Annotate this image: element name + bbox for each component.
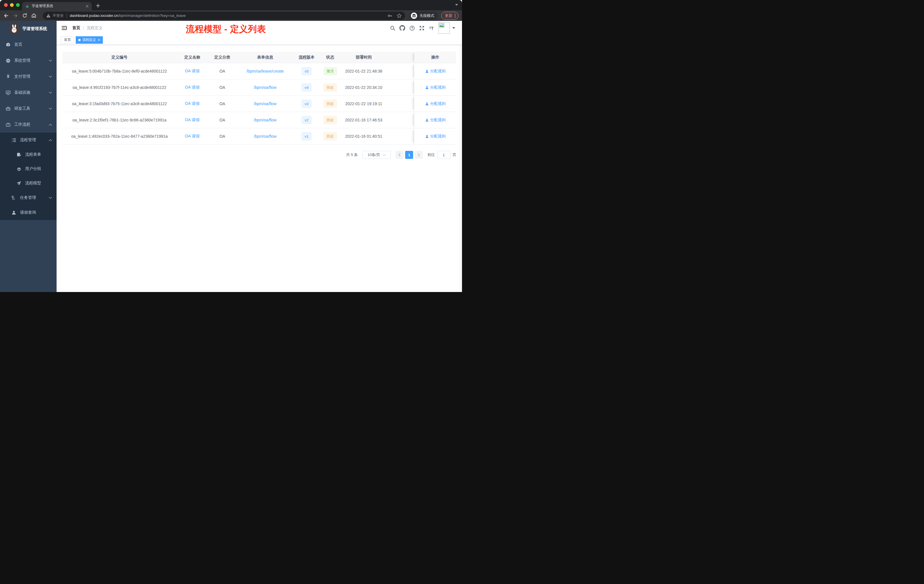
sidebar-item-流程管理[interactable]: 流程管理 [0, 133, 56, 147]
sidebar-item-研发工具[interactable]: 研发工具 [0, 101, 56, 117]
definition-name-link[interactable]: OA 请假 [185, 85, 200, 90]
cell-definition-id: oa_leave:3:1fad3d93-7b75-11ec-a3c8-acde4… [62, 96, 177, 112]
not-secure-warning-icon[interactable] [46, 14, 51, 18]
main-area: 首页 / 流程定义 TT 流程模型 - 定义列表 首页 [56, 21, 462, 292]
forward-button[interactable] [11, 12, 20, 20]
assign-rule-button[interactable]: 分配规则 [425, 85, 446, 90]
assign-rule-button[interactable]: 分配规则 [425, 101, 446, 106]
address-bar[interactable]: 不安全 dashboard.yudao.iocoder.cn/bpm/manag… [43, 12, 405, 20]
omnibox-divider [66, 13, 67, 18]
form-link[interactable]: /bpm/oa/leave/create [247, 69, 284, 73]
incognito-icon [411, 13, 417, 19]
avatar-caret-down-icon[interactable] [452, 27, 455, 29]
sidebar-item-用户分组[interactable]: 用户分组 [0, 162, 56, 176]
question-icon[interactable] [409, 25, 415, 31]
not-secure-label[interactable]: 不安全 [53, 13, 64, 18]
app-navbar: 首页 / 流程定义 TT [56, 21, 462, 35]
browser-tab[interactable]: 芋道管理系统 [22, 2, 92, 10]
tag-home-label: 首页 [64, 38, 71, 42]
tag-home[interactable]: 首页 [61, 36, 74, 44]
cell-actions: 分配规则 [414, 63, 456, 79]
chevron-up-icon [49, 139, 52, 141]
home-button[interactable] [29, 12, 38, 20]
form-link[interactable]: /bpm/oa/flow [254, 101, 276, 106]
robot-icon [16, 167, 21, 172]
sidebar-item-流程表单[interactable]: 流程表单 [0, 147, 56, 162]
definition-name-link[interactable]: OA 请假 [185, 117, 200, 122]
cell-definition-name: OA 请假 [177, 112, 208, 128]
page-size-select[interactable]: 10条/页 [362, 151, 391, 159]
tags-view: 首页 流程定义 [56, 35, 462, 45]
sidebar-collapse-icon[interactable] [61, 25, 68, 31]
assign-rule-button[interactable]: 分配规则 [425, 69, 446, 74]
kebab-menu-icon[interactable] [455, 14, 456, 18]
breadcrumb-home[interactable]: 首页 [72, 25, 80, 31]
sidebar-item-流程模型[interactable]: 流程模型 [0, 176, 56, 190]
sidebar-item-支付管理[interactable]: ¥支付管理 [0, 69, 56, 84]
monitor-icon [6, 90, 11, 95]
app-logo[interactable]: 芋道管理系统 [0, 21, 56, 36]
sidebar-item-工作流程[interactable]: 工作流程 [0, 117, 56, 133]
page-unit-label: 页 [452, 152, 456, 157]
cell-form-info: /bpm/oa/flow [237, 112, 294, 128]
toolbox-icon [6, 106, 11, 111]
avatar[interactable] [438, 22, 450, 34]
column-header: 状态 [319, 52, 341, 63]
version-badge: v5 [302, 67, 312, 75]
new-tab-button[interactable] [94, 2, 102, 10]
chrome-update-button[interactable]: 更新 [441, 12, 459, 20]
assign-rule-button[interactable]: 分配规则 [425, 117, 446, 122]
page-1-button[interactable]: 1 [405, 151, 413, 159]
cell-form-info: /bpm/oa/flow [237, 79, 294, 96]
cell-category: OA [208, 128, 237, 144]
tab-close-icon[interactable] [85, 4, 89, 8]
goto-label: 前往 [427, 152, 435, 157]
briefcase-icon [6, 122, 11, 127]
page-url[interactable]: dashboard.yudao.iocoder.cn/bpm/manager/d… [70, 13, 384, 18]
sidebar-item-请假查询[interactable]: 请假查询 [0, 205, 56, 220]
cell-form-info: /bpm/oa/leave/create [237, 63, 294, 79]
sidebar-item-首页[interactable]: 首页 [0, 36, 56, 53]
search-icon[interactable] [390, 25, 396, 31]
assign-rule-button[interactable]: 分配规则 [425, 134, 446, 139]
password-key-icon[interactable] [388, 13, 393, 18]
definition-name-link[interactable]: OA 请假 [185, 69, 200, 74]
sidebar-item-系统管理[interactable]: 系统管理 [0, 53, 56, 69]
version-badge: v2 [302, 116, 312, 124]
column-header: 定义名称 [177, 52, 208, 63]
tab-search-caret-icon[interactable] [455, 4, 458, 6]
maximize-window-button[interactable] [16, 3, 20, 7]
font-size-icon[interactable]: TT [429, 26, 434, 31]
definition-name-link[interactable]: OA 请假 [185, 134, 200, 139]
next-page-button[interactable] [415, 151, 423, 159]
breadcrumb: 首页 / 流程定义 [72, 25, 102, 31]
form-link[interactable]: /bpm/oa/flow [254, 134, 276, 139]
back-button[interactable] [2, 12, 11, 20]
cell-status: 挂起 [319, 112, 341, 128]
tag-close-icon[interactable] [98, 39, 100, 41]
goto-page-input[interactable] [437, 151, 450, 159]
cell-definition-name: OA 请假 [177, 79, 208, 96]
prev-page-button[interactable] [396, 151, 403, 159]
github-icon[interactable] [399, 25, 405, 31]
form-link[interactable]: /bpm/oa/flow [254, 118, 276, 122]
version-badge: v3 [302, 100, 312, 108]
minimize-window-button[interactable] [10, 3, 14, 7]
fullscreen-icon[interactable] [419, 25, 424, 31]
cell-filler [386, 96, 414, 112]
definition-name-link[interactable]: OA 请假 [185, 101, 200, 106]
url-host: dashboard.yudao.iocoder.cn [70, 13, 118, 18]
page-scrollbar[interactable] [460, 21, 462, 292]
column-header-filler [386, 52, 414, 63]
cell-status: 挂起 [319, 79, 341, 96]
sidebar-item-基础设施[interactable]: 基础设施 [0, 84, 56, 101]
form-link[interactable]: /bpm/oa/flow [254, 85, 276, 90]
sidebar-item-任务管理[interactable]: 任务管理 [0, 190, 56, 205]
bookmark-star-icon[interactable] [396, 13, 402, 18]
url-path: /bpm/manager/definition?key=oa_leave [118, 13, 186, 18]
reload-button[interactable] [20, 12, 29, 20]
tag-current-active[interactable]: 流程定义 [76, 36, 103, 44]
browser-toolbar: 不安全 dashboard.yudao.iocoder.cn/bpm/manag… [0, 10, 462, 21]
close-window-button[interactable] [4, 3, 8, 7]
sidebar-item-label: 基础设施 [14, 90, 30, 95]
